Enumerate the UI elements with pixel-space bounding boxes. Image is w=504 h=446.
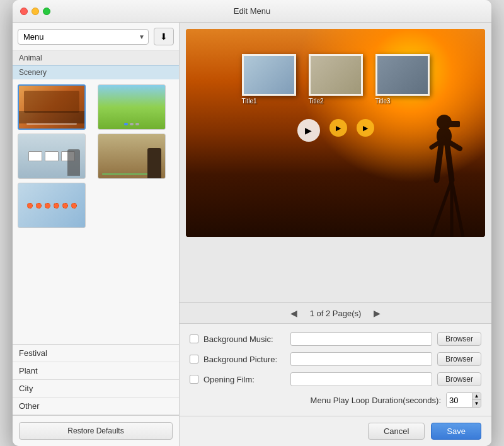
preview-thumb-2[interactable]: Title2 [309, 54, 363, 106]
bg-music-row: Background Music: Browser [190, 329, 481, 349]
category-plant[interactable]: Plant [13, 362, 179, 380]
loop-duration-row: Menu Play Loop Duration(seconds): ▲ ▼ [190, 389, 481, 411]
maximize-button[interactable] [43, 8, 50, 15]
next-button[interactable]: ▶ [329, 119, 347, 137]
traffic-lights [20, 8, 50, 15]
preview-thumb-1-label: Title1 [242, 96, 296, 106]
sidebar-categories-bottom: Festival Plant City Other [13, 344, 179, 415]
thumbnail-5[interactable] [18, 183, 86, 228]
loop-duration-wrapper: ▲ ▼ [446, 392, 481, 408]
save-button[interactable]: Save [431, 423, 481, 440]
sidebar-top: Menu Custom ▼ ⬇ [13, 23, 179, 51]
menu-dropdown-wrapper: Menu Custom ▼ [18, 29, 149, 45]
svg-line-5 [432, 180, 452, 237]
loop-duration-stepper: ▲ ▼ [472, 393, 481, 407]
opening-film-checkbox[interactable] [190, 375, 198, 384]
bottom-bar: Cancel Save [180, 416, 491, 446]
titlebar: Edit Menu [13, 0, 491, 23]
preview-thumb-3-label: Title3 [375, 96, 430, 106]
preview-thumb-3[interactable]: Title3 [375, 54, 430, 106]
loop-duration-label: Menu Play Loop Duration(seconds): [311, 396, 441, 405]
window-title: Edit Menu [234, 6, 271, 16]
minimize-button[interactable] [32, 8, 39, 15]
frame-box-1 [28, 151, 42, 161]
bg-music-browser-button[interactable]: Browser [437, 332, 481, 346]
bg-picture-browser-button[interactable]: Browser [437, 352, 481, 366]
svg-line-7 [452, 180, 463, 237]
next-page-button[interactable]: ▶ [370, 307, 383, 319]
prev-page-button[interactable]: ◀ [288, 307, 301, 319]
bg-picture-input[interactable] [290, 352, 432, 366]
photographer-silhouette [413, 98, 469, 237]
opening-film-label: Opening Film: [203, 375, 285, 384]
loop-duration-decrement[interactable]: ▼ [472, 400, 481, 407]
options-area: Background Music: Browser Background Pic… [180, 324, 491, 416]
opening-film-row: Opening Film: Browser [190, 369, 481, 389]
preview-container: Title1 Title2 Title3 [186, 29, 485, 237]
category-city[interactable]: City [13, 380, 179, 397]
main-content: Menu Custom ▼ ⬇ Animal Scenery [13, 23, 491, 446]
download-button[interactable]: ⬇ [154, 28, 174, 45]
right-panel: Title1 Title2 Title3 [180, 23, 491, 446]
loop-duration-increment[interactable]: ▲ [472, 393, 481, 400]
opening-film-browser-button[interactable]: Browser [437, 372, 481, 386]
category-scenery[interactable]: Scenery [13, 65, 179, 79]
restore-defaults-button[interactable]: Restore Defaults [19, 422, 173, 440]
pagination-bar: ◀ 1 of 2 Page(s) ▶ [180, 302, 491, 324]
frame-box-2 [45, 151, 59, 161]
bg-music-input[interactable] [290, 332, 432, 346]
preview-thumb-2-label: Title2 [309, 96, 363, 106]
loop-duration-input[interactable] [447, 393, 472, 407]
svg-line-4 [447, 146, 452, 180]
close-button[interactable] [20, 8, 28, 15]
sidebar-bottom: Restore Defaults [13, 415, 179, 446]
thumbnails-grid [13, 79, 179, 233]
sidebar: Menu Custom ▼ ⬇ Animal Scenery [13, 23, 180, 446]
thumbnail-2[interactable] [98, 84, 166, 130]
edit-menu-window: Edit Menu Menu Custom ▼ ⬇ Animal Scenery [13, 0, 491, 446]
svg-line-3 [437, 146, 441, 180]
preview-area: Title1 Title2 Title3 [180, 23, 491, 302]
thumbnail-1[interactable] [18, 84, 86, 130]
category-festival[interactable]: Festival [13, 345, 179, 362]
preview-thumbnails: Title1 Title2 Title3 [242, 29, 430, 106]
svg-rect-2 [447, 121, 460, 127]
menu-dropdown[interactable]: Menu Custom [18, 29, 149, 45]
thumbnail-3[interactable] [18, 134, 86, 179]
play-button[interactable]: ▶ [297, 119, 320, 142]
cancel-button[interactable]: Cancel [368, 423, 425, 440]
thumbnail-4[interactable] [98, 134, 166, 179]
bg-picture-row: Background Picture: Browser [190, 349, 481, 369]
bg-music-label: Background Music: [203, 334, 285, 344]
bg-picture-checkbox[interactable] [190, 355, 198, 363]
bg-music-checkbox[interactable] [190, 334, 198, 343]
category-other[interactable]: Other [13, 397, 179, 415]
skip-button[interactable]: ▶ [357, 119, 374, 137]
bg-picture-label: Background Picture: [203, 355, 285, 364]
preview-controls: ▶ ▶ ▶ [297, 119, 374, 142]
category-animal[interactable]: Animal [13, 51, 179, 65]
preview-thumb-1[interactable]: Title1 [242, 54, 296, 106]
page-info: 1 of 2 Page(s) [310, 309, 362, 318]
opening-film-input[interactable] [290, 372, 432, 386]
